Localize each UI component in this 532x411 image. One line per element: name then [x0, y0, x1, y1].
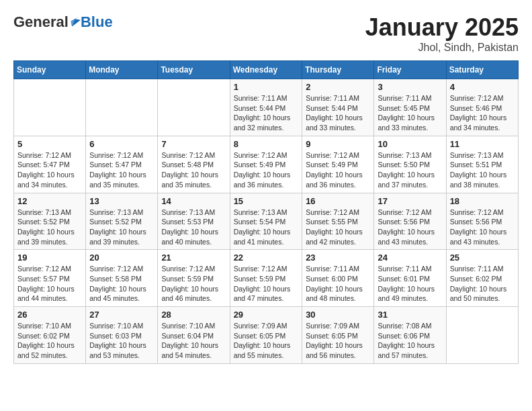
day-info: Sunrise: 7:10 AM Sunset: 6:03 PM Dayligh…	[89, 321, 154, 361]
calendar-cell: 9Sunrise: 7:12 AM Sunset: 5:49 PM Daylig…	[302, 136, 374, 193]
day-info: Sunrise: 7:11 AM Sunset: 6:00 PM Dayligh…	[306, 264, 370, 304]
page-header: General Blue January 2025 Jhol, Sindh, P…	[13, 13, 519, 54]
day-number: 10	[378, 139, 442, 149]
day-info: Sunrise: 7:12 AM Sunset: 5:59 PM Dayligh…	[234, 264, 299, 304]
day-info: Sunrise: 7:12 AM Sunset: 5:47 PM Dayligh…	[17, 150, 82, 190]
day-number: 25	[450, 253, 515, 263]
weekday-header: Tuesday	[158, 61, 230, 79]
day-info: Sunrise: 7:11 AM Sunset: 6:02 PM Dayligh…	[450, 264, 515, 304]
calendar-cell: 30Sunrise: 7:09 AM Sunset: 6:05 PM Dayli…	[302, 307, 374, 364]
day-number: 30	[306, 310, 370, 320]
calendar-cell: 23Sunrise: 7:11 AM Sunset: 6:00 PM Dayli…	[302, 250, 374, 307]
page-title: January 2025	[365, 13, 519, 42]
calendar-cell: 22Sunrise: 7:12 AM Sunset: 5:59 PM Dayli…	[230, 250, 302, 307]
day-info: Sunrise: 7:12 AM Sunset: 5:49 PM Dayligh…	[234, 150, 299, 190]
calendar-cell: 13Sunrise: 7:13 AM Sunset: 5:52 PM Dayli…	[86, 193, 158, 250]
calendar-cell: 6Sunrise: 7:12 AM Sunset: 5:47 PM Daylig…	[86, 136, 158, 193]
day-number: 2	[306, 82, 370, 92]
day-number: 28	[161, 310, 226, 320]
calendar-cell	[158, 79, 230, 136]
calendar-cell	[446, 307, 518, 364]
calendar-cell: 25Sunrise: 7:11 AM Sunset: 6:02 PM Dayli…	[446, 250, 518, 307]
day-info: Sunrise: 7:10 AM Sunset: 6:04 PM Dayligh…	[161, 321, 226, 361]
day-info: Sunrise: 7:11 AM Sunset: 5:44 PM Dayligh…	[234, 93, 299, 133]
day-number: 21	[161, 253, 226, 263]
calendar-cell: 21Sunrise: 7:12 AM Sunset: 5:59 PM Dayli…	[158, 250, 230, 307]
day-info: Sunrise: 7:09 AM Sunset: 6:05 PM Dayligh…	[234, 321, 299, 361]
day-number: 3	[378, 82, 442, 92]
calendar-cell: 27Sunrise: 7:10 AM Sunset: 6:03 PM Dayli…	[86, 307, 158, 364]
day-info: Sunrise: 7:13 AM Sunset: 5:50 PM Dayligh…	[378, 150, 442, 190]
day-info: Sunrise: 7:08 AM Sunset: 6:06 PM Dayligh…	[378, 321, 442, 361]
calendar-header-row: SundayMondayTuesdayWednesdayThursdayFrid…	[14, 61, 519, 79]
calendar-cell: 3Sunrise: 7:11 AM Sunset: 5:45 PM Daylig…	[374, 79, 446, 136]
day-info: Sunrise: 7:12 AM Sunset: 5:48 PM Dayligh…	[161, 150, 226, 190]
day-number: 12	[17, 196, 82, 206]
day-number: 15	[234, 196, 299, 206]
calendar-cell: 28Sunrise: 7:10 AM Sunset: 6:04 PM Dayli…	[158, 307, 230, 364]
day-number: 13	[89, 196, 154, 206]
calendar-cell: 4Sunrise: 7:12 AM Sunset: 5:46 PM Daylig…	[446, 79, 518, 136]
day-number: 23	[306, 253, 370, 263]
page-subtitle: Jhol, Sindh, Pakistan	[365, 42, 519, 54]
day-number: 4	[450, 82, 515, 92]
day-info: Sunrise: 7:12 AM Sunset: 5:46 PM Dayligh…	[450, 93, 515, 133]
day-info: Sunrise: 7:13 AM Sunset: 5:51 PM Dayligh…	[450, 150, 515, 190]
day-number: 31	[378, 310, 442, 320]
weekday-header: Monday	[86, 61, 158, 79]
day-info: Sunrise: 7:11 AM Sunset: 6:01 PM Dayligh…	[378, 264, 442, 304]
day-info: Sunrise: 7:12 AM Sunset: 5:56 PM Dayligh…	[378, 208, 442, 247]
logo-blue-text: Blue	[81, 13, 113, 31]
calendar-cell: 12Sunrise: 7:13 AM Sunset: 5:52 PM Dayli…	[14, 193, 86, 250]
calendar-cell: 20Sunrise: 7:12 AM Sunset: 5:58 PM Dayli…	[86, 250, 158, 307]
weekday-header: Friday	[374, 61, 446, 79]
calendar-week-row: 26Sunrise: 7:10 AM Sunset: 6:02 PM Dayli…	[14, 307, 519, 364]
day-number: 29	[234, 310, 299, 320]
day-info: Sunrise: 7:11 AM Sunset: 5:44 PM Dayligh…	[306, 93, 370, 133]
calendar-cell	[14, 79, 86, 136]
calendar-cell: 10Sunrise: 7:13 AM Sunset: 5:50 PM Dayli…	[374, 136, 446, 193]
day-number: 11	[450, 139, 515, 149]
day-info: Sunrise: 7:13 AM Sunset: 5:54 PM Dayligh…	[234, 208, 299, 247]
weekday-header: Sunday	[14, 61, 86, 79]
day-info: Sunrise: 7:12 AM Sunset: 5:49 PM Dayligh…	[306, 150, 370, 190]
day-number: 7	[161, 139, 226, 149]
day-number: 1	[234, 82, 299, 92]
calendar-table: SundayMondayTuesdayWednesdayThursdayFrid…	[13, 60, 519, 364]
weekday-header: Wednesday	[230, 61, 302, 79]
calendar-cell: 14Sunrise: 7:13 AM Sunset: 5:53 PM Dayli…	[158, 193, 230, 250]
calendar-week-row: 19Sunrise: 7:12 AM Sunset: 5:57 PM Dayli…	[14, 250, 519, 307]
day-info: Sunrise: 7:10 AM Sunset: 6:02 PM Dayligh…	[17, 321, 82, 361]
calendar-cell: 16Sunrise: 7:12 AM Sunset: 5:55 PM Dayli…	[302, 193, 374, 250]
day-info: Sunrise: 7:12 AM Sunset: 5:56 PM Dayligh…	[450, 208, 515, 247]
day-info: Sunrise: 7:12 AM Sunset: 5:57 PM Dayligh…	[17, 264, 82, 304]
day-number: 18	[450, 196, 515, 206]
calendar-week-row: 1Sunrise: 7:11 AM Sunset: 5:44 PM Daylig…	[14, 79, 519, 136]
day-info: Sunrise: 7:11 AM Sunset: 5:45 PM Dayligh…	[378, 93, 442, 133]
calendar-week-row: 5Sunrise: 7:12 AM Sunset: 5:47 PM Daylig…	[14, 136, 519, 193]
day-number: 9	[306, 139, 370, 149]
day-number: 8	[234, 139, 299, 149]
calendar-cell: 5Sunrise: 7:12 AM Sunset: 5:47 PM Daylig…	[14, 136, 86, 193]
day-number: 27	[89, 310, 154, 320]
calendar-cell: 19Sunrise: 7:12 AM Sunset: 5:57 PM Dayli…	[14, 250, 86, 307]
calendar-cell: 7Sunrise: 7:12 AM Sunset: 5:48 PM Daylig…	[158, 136, 230, 193]
day-info: Sunrise: 7:12 AM Sunset: 5:58 PM Dayligh…	[89, 264, 154, 304]
day-info: Sunrise: 7:12 AM Sunset: 5:47 PM Dayligh…	[89, 150, 154, 190]
logo: General Blue	[13, 13, 113, 31]
logo-general-text: General	[13, 13, 69, 31]
day-number: 26	[17, 310, 82, 320]
day-info: Sunrise: 7:13 AM Sunset: 5:53 PM Dayligh…	[161, 208, 226, 247]
calendar-cell: 8Sunrise: 7:12 AM Sunset: 5:49 PM Daylig…	[230, 136, 302, 193]
weekday-header: Saturday	[446, 61, 518, 79]
day-number: 6	[89, 139, 154, 149]
calendar-cell: 15Sunrise: 7:13 AM Sunset: 5:54 PM Dayli…	[230, 193, 302, 250]
calendar-cell: 17Sunrise: 7:12 AM Sunset: 5:56 PM Dayli…	[374, 193, 446, 250]
calendar-cell: 26Sunrise: 7:10 AM Sunset: 6:02 PM Dayli…	[14, 307, 86, 364]
day-number: 5	[17, 139, 82, 149]
calendar-cell: 31Sunrise: 7:08 AM Sunset: 6:06 PM Dayli…	[374, 307, 446, 364]
calendar-week-row: 12Sunrise: 7:13 AM Sunset: 5:52 PM Dayli…	[14, 193, 519, 250]
calendar-cell: 24Sunrise: 7:11 AM Sunset: 6:01 PM Dayli…	[374, 250, 446, 307]
calendar-cell: 2Sunrise: 7:11 AM Sunset: 5:44 PM Daylig…	[302, 79, 374, 136]
day-info: Sunrise: 7:09 AM Sunset: 6:05 PM Dayligh…	[306, 321, 370, 361]
